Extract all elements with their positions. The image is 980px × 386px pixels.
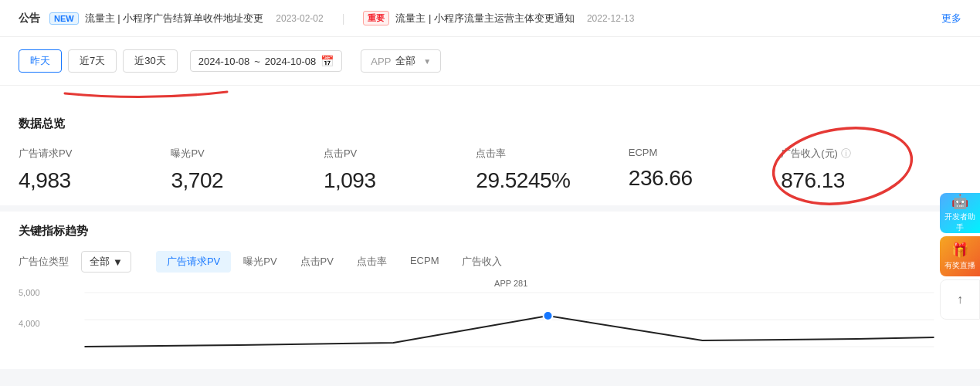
ann-date-1: 2023-02-02	[276, 13, 323, 24]
chart-y-axis: 5,000 4,000	[19, 285, 57, 328]
trend-tab-3[interactable]: 点击率	[346, 251, 398, 273]
metric-value-1: 3,702	[171, 168, 310, 193]
metric-exposure-pv: 曝光PV 3,702	[171, 147, 323, 193]
metric-label-5: 广告收入(元) ⓘ	[781, 147, 949, 161]
trend-section: 关键指标趋势 广告位类型 全部 ▼ 广告请求PV 曝光PV 点击PV 点击率 E…	[0, 205, 980, 369]
annotation-area	[19, 86, 961, 101]
page-wrapper: 公告 NEW 流量主 | 小程序广告结算单收件地址变更 2023-02-02 |…	[0, 0, 980, 369]
filter-bar: 昨天 近7天 近30天 2024-10-08 ~ 2024-10-08 📅 AP…	[0, 37, 980, 86]
dev-assistant-label: 开发者助手	[943, 212, 977, 233]
metric-value-0: 4,983	[19, 168, 158, 193]
trend-tab-0[interactable]: 广告请求PV	[156, 251, 231, 273]
trend-title: 关键指标趋势	[19, 224, 961, 239]
chart-svg	[57, 285, 961, 354]
ann-more-button[interactable]: 更多	[941, 12, 961, 25]
metric-label-4: ECPM	[629, 147, 768, 158]
metric-click-rate: 点击率 29.5245%	[476, 147, 628, 193]
data-overview-section: 数据总览 广告请求PV 4,983 曝光PV 3,702 点击PV 1,093 …	[0, 101, 980, 205]
metric-label-2: 点击PV	[324, 147, 463, 161]
ann-text-2: 流量主 | 小程序流量主运营主体变更通知	[395, 12, 575, 25]
back-to-top-button[interactable]: ↑	[940, 279, 980, 320]
svg-point-4	[544, 311, 553, 320]
metric-label-3: 点击率	[476, 147, 615, 161]
trend-ad-type-label: 广告位类型	[19, 255, 69, 269]
date-start: 2024-10-08	[198, 56, 250, 67]
week-button[interactable]: 近7天	[68, 49, 117, 73]
ann-divider: |	[342, 12, 345, 25]
metric-ad-revenue: 广告收入(元) ⓘ 876.13	[781, 147, 961, 193]
dev-assistant-button[interactable]: 🤖 开发者助手	[940, 193, 980, 233]
app-value: 全部	[395, 54, 415, 68]
robot-icon: 🤖	[951, 193, 968, 210]
data-overview-title: 数据总览	[19, 117, 961, 131]
calendar-icon: 📅	[320, 55, 334, 67]
app-selector[interactable]: APP 全部 ▼	[361, 49, 441, 73]
chart-app-label: APP 281	[491, 279, 531, 288]
main-content: 昨天 近7天 近30天 2024-10-08 ~ 2024-10-08 📅 AP…	[0, 37, 980, 369]
badge-new: NEW	[49, 12, 79, 25]
ann-text-1: 流量主 | 小程序广告结算单收件地址变更	[85, 12, 264, 25]
floating-buttons: 🤖 开发者助手 🎁 有奖直播 ↑	[940, 193, 980, 320]
gift-icon: 🎁	[951, 242, 968, 259]
trend-dropdown-arrow-icon: ▼	[113, 256, 123, 268]
month-button[interactable]: 近30天	[123, 49, 177, 73]
metric-value-5: 876.13	[781, 168, 949, 193]
trend-controls: 广告位类型 全部 ▼ 广告请求PV 曝光PV 点击PV 点击率 ECPM 广告收…	[19, 251, 961, 273]
date-end: 2024-10-08	[265, 56, 317, 67]
y-label-4000: 4,000	[19, 319, 57, 328]
date-sep: ~	[254, 56, 260, 67]
trend-ad-type-value: 全部	[90, 255, 110, 269]
trend-tab-2[interactable]: 点击PV	[290, 251, 344, 273]
announcement-label: 公告	[19, 12, 40, 25]
metric-label-1: 曝光PV	[171, 147, 310, 161]
metric-click-pv: 点击PV 1,093	[324, 147, 476, 193]
badge-important: 重要	[363, 11, 389, 25]
y-label-5000: 5,000	[19, 288, 57, 297]
info-icon[interactable]: ⓘ	[841, 147, 851, 161]
metric-label-0: 广告请求PV	[19, 147, 158, 161]
metric-value-4: 236.66	[629, 166, 768, 191]
yesterday-button[interactable]: 昨天	[19, 49, 62, 73]
gift-button[interactable]: 🎁 有奖直播	[940, 236, 980, 276]
trend-tabs: 广告请求PV 曝光PV 点击PV 点击率 ECPM 广告收入	[156, 251, 514, 273]
red-underline-annotation	[57, 86, 235, 101]
metrics-row: 广告请求PV 4,983 曝光PV 3,702 点击PV 1,093 点击率 2…	[19, 147, 961, 193]
trend-tab-1[interactable]: 曝光PV	[232, 251, 287, 273]
dropdown-arrow-icon: ▼	[423, 57, 431, 66]
back-top-icon: ↑	[957, 293, 963, 306]
trend-ad-type-select[interactable]: 全部 ▼	[81, 251, 131, 273]
chart-container: 5,000 4,000 APP 281	[19, 285, 961, 357]
announcement-bar: 公告 NEW 流量主 | 小程序广告结算单收件地址变更 2023-02-02 |…	[0, 0, 980, 37]
ann-date-2: 2022-12-13	[587, 13, 634, 24]
metric-ecpm: ECPM 236.66	[629, 147, 781, 191]
trend-tab-4[interactable]: ECPM	[399, 251, 450, 273]
trend-tab-5[interactable]: 广告收入	[451, 251, 513, 273]
metric-value-2: 1,093	[324, 168, 463, 193]
metric-value-3: 29.5245%	[476, 168, 615, 193]
gift-label: 有奖直播	[944, 260, 975, 271]
app-label: APP	[371, 56, 391, 67]
date-range-picker[interactable]: 2024-10-08 ~ 2024-10-08 📅	[190, 50, 343, 72]
chart-area: APP 281	[57, 285, 961, 357]
metric-ad-request-pv: 广告请求PV 4,983	[19, 147, 171, 193]
